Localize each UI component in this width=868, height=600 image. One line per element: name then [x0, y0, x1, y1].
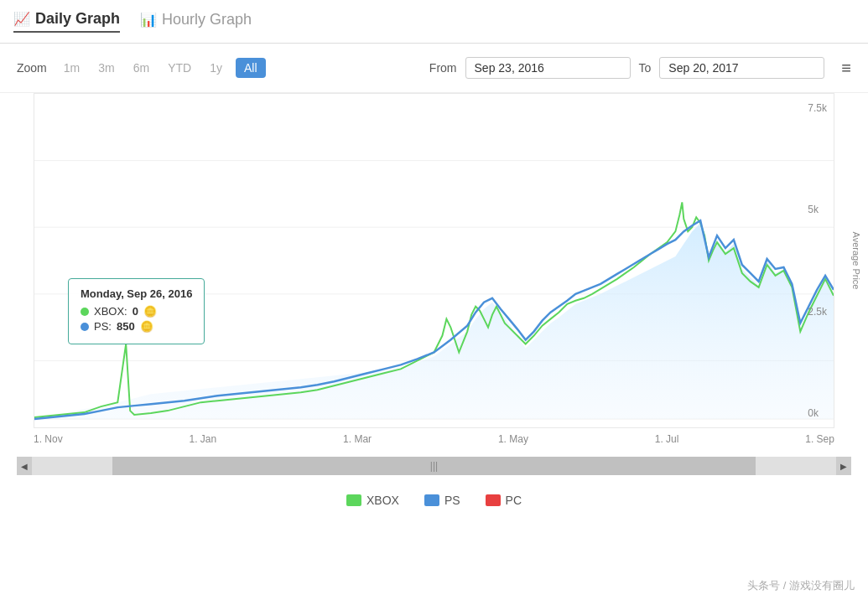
scroll-right-arrow[interactable]: ▶	[836, 457, 851, 475]
tooltip-xbox-row: XBOX: 0 🪙	[81, 305, 192, 318]
chart-svg	[34, 94, 834, 427]
legend-item-xbox: XBOX	[346, 494, 399, 507]
scroll-thumb-icon: |||	[430, 460, 438, 472]
legend-item-ps: PS	[424, 494, 460, 507]
y-axis: 7.5k 5k 2.5k 0k	[808, 94, 830, 427]
tooltip: Monday, Sep 26, 2016 XBOX: 0 🪙 PS: 850 🪙	[68, 278, 205, 344]
y-axis-label: Average Price	[852, 232, 862, 290]
zoom-all[interactable]: All	[236, 58, 266, 78]
scroll-thumb[interactable]: |||	[112, 457, 756, 475]
zoom-3m[interactable]: 3m	[93, 58, 119, 78]
to-label: To	[639, 61, 652, 75]
y-tick-75k: 7.5k	[808, 102, 827, 114]
y-tick-5k: 5k	[808, 204, 827, 215]
tooltip-xbox-value: 0	[133, 305, 138, 318]
y-tick-0k: 0k	[808, 407, 827, 419]
daily-graph-label: Daily Graph	[35, 10, 120, 28]
legend-color-xbox	[346, 494, 361, 506]
scroll-left-arrow[interactable]: ◀	[17, 457, 32, 475]
legend: XBOX PS PC	[0, 482, 868, 519]
x-tick-nov: 1. Nov	[34, 433, 63, 445]
tooltip-xbox-coin: 🪙	[143, 305, 157, 318]
tooltip-xbox-dot	[81, 308, 89, 316]
tooltip-ps-row: PS: 850 🪙	[81, 320, 192, 333]
y-tick-25k: 2.5k	[808, 306, 827, 318]
x-tick-may: 1. May	[498, 433, 528, 445]
controls-row: Zoom 1m 3m 6m YTD 1y All From To ≡	[0, 44, 868, 93]
x-axis: 1. Nov 1. Jan 1. Mar 1. May 1. Jul 1. Se…	[17, 428, 851, 450]
tooltip-ps-coin: 🪙	[140, 320, 153, 333]
x-tick-mar: 1. Mar	[343, 433, 372, 445]
from-label: From	[429, 61, 457, 75]
hourly-graph-label: Hourly Graph	[162, 11, 252, 28]
hourly-graph-icon: 📊	[140, 12, 157, 28]
legend-color-pc	[486, 494, 501, 506]
watermark: 头条号 / 游戏没有圈儿	[747, 578, 855, 593]
zoom-6m[interactable]: 6m	[128, 58, 154, 78]
legend-item-pc: PC	[486, 494, 522, 507]
zoom-ytd[interactable]: YTD	[163, 58, 196, 78]
tooltip-ps-dot	[81, 323, 89, 331]
tooltip-xbox-label: XBOX:	[94, 305, 127, 318]
daily-graph-icon: 📈	[13, 11, 30, 27]
zoom-label: Zoom	[17, 61, 47, 75]
scroll-track: |||	[32, 457, 836, 475]
zoom-1m[interactable]: 1m	[59, 58, 85, 78]
tooltip-date: Monday, Sep 26, 2016	[81, 287, 192, 300]
x-tick-jul: 1. Jul	[655, 433, 679, 445]
legend-label-ps: PS	[444, 494, 460, 507]
zoom-1y[interactable]: 1y	[205, 58, 227, 78]
tooltip-ps-label: PS:	[94, 320, 112, 333]
from-date-input[interactable]	[465, 57, 631, 79]
legend-label-pc: PC	[506, 494, 522, 507]
x-tick-sep: 1. Sep	[805, 433, 834, 445]
to-date-input[interactable]	[659, 57, 824, 79]
tab-daily-graph[interactable]: 📈 Daily Graph	[13, 10, 120, 33]
legend-label-xbox: XBOX	[366, 494, 399, 507]
x-tick-jan: 1. Jan	[190, 433, 217, 445]
tooltip-ps-value: 850	[117, 320, 135, 333]
scrollbar: ◀ ||| ▶	[17, 457, 851, 475]
tab-hourly-graph[interactable]: 📊 Hourly Graph	[140, 11, 252, 32]
legend-color-ps	[424, 494, 439, 506]
chart-area: 7.5k 5k 2.5k 0k Average Price Monday, Se…	[34, 93, 834, 428]
menu-icon[interactable]: ≡	[841, 59, 851, 78]
header-tabs: 📈 Daily Graph 📊 Hourly Graph	[0, 0, 868, 44]
